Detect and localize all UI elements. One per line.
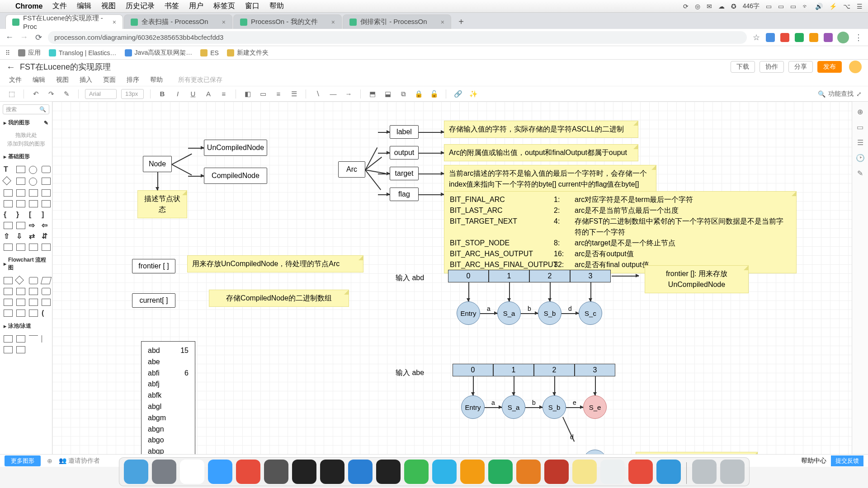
shape[interactable]: } <box>16 211 25 218</box>
unlock-icon[interactable]: 🔓 <box>429 89 439 99</box>
underline-icon[interactable]: U <box>188 89 198 99</box>
star-icon[interactable]: ☆ <box>751 33 761 42</box>
shape[interactable] <box>16 178 25 185</box>
shape[interactable]: ⇩ <box>16 233 25 240</box>
diagram-circle[interactable]: S_a <box>497 301 521 325</box>
shape[interactable] <box>42 288 51 295</box>
diagram-note[interactable]: BIT_FINAL_ARC1:arc对应字符是不是term最后一个字符BIT_L… <box>444 191 797 273</box>
shape-diamond[interactable] <box>2 176 11 185</box>
shape-circle[interactable] <box>29 166 37 174</box>
shape[interactable] <box>16 222 25 229</box>
dock-terminal-icon[interactable] <box>320 460 344 484</box>
shape[interactable] <box>4 222 13 229</box>
text-color-icon[interactable]: A <box>203 89 214 99</box>
shape[interactable]: ⇦ <box>42 222 51 229</box>
comment-icon[interactable]: ✎ <box>856 169 865 178</box>
dock-safari-icon[interactable] <box>208 460 232 484</box>
pointer-tool-icon[interactable]: ⬚ <box>6 89 17 99</box>
user-avatar[interactable] <box>849 61 862 73</box>
array-cell[interactable]: 0 <box>448 270 489 282</box>
menu-user[interactable]: 用户 <box>189 1 203 11</box>
diagram-circle[interactable]: S_b <box>538 301 561 325</box>
back-arrow-icon[interactable]: ← <box>6 62 15 72</box>
diagram-circle[interactable]: Entry <box>457 301 480 325</box>
shape[interactable] <box>4 200 13 207</box>
dock-feishu-icon[interactable] <box>432 460 457 484</box>
shape-search-input[interactable]: 搜索🔍 <box>3 104 49 114</box>
menu-bookmarks[interactable]: 书签 <box>165 1 179 11</box>
expand-icon[interactable]: ⤢ <box>856 90 862 98</box>
shape[interactable] <box>16 288 25 295</box>
shape[interactable]: ] <box>42 211 51 218</box>
cat-pool[interactable]: ▸ 泳池/泳道 <box>0 320 52 332</box>
ext-icon[interactable] <box>795 33 804 42</box>
dock-chrome-icon[interactable] <box>180 460 204 484</box>
array-cell[interactable]: 1 <box>489 270 529 282</box>
cat-myshapes[interactable]: ▸ 我的图形✎ <box>0 117 52 128</box>
diagram-note[interactable]: 存储CompiledNode的二进制数组 <box>209 290 349 307</box>
fill-icon[interactable]: ◧ <box>242 89 253 99</box>
shape[interactable] <box>16 244 25 251</box>
close-icon[interactable]: × <box>107 19 116 26</box>
close-icon[interactable]: × <box>435 19 444 26</box>
dock-youdao-icon[interactable] <box>236 460 260 484</box>
publish-button[interactable]: 发布 <box>817 61 842 73</box>
doc-title[interactable]: FST在Lucene的实现原理 <box>20 61 111 72</box>
diagram-circle[interactable]: S_e <box>583 395 607 419</box>
dock-zoom-icon[interactable] <box>460 460 485 484</box>
shape[interactable] <box>29 244 38 251</box>
menu-view[interactable]: 视图 <box>101 1 116 11</box>
array-cell[interactable]: 2 <box>529 270 570 282</box>
menu-view[interactable]: 视图 <box>56 76 69 84</box>
shape[interactable] <box>29 310 38 317</box>
array-cell[interactable]: 3 <box>570 270 611 282</box>
shape[interactable] <box>4 335 13 343</box>
group-icon[interactable]: ⧉ <box>398 89 409 99</box>
diagram-note[interactable]: 用来存放UnCompiledNode，待处理的节点Arc <box>187 255 363 272</box>
invite-link[interactable]: 👥 邀请协作者 <box>59 457 100 465</box>
diagram-node[interactable]: Node <box>143 156 172 172</box>
font-family-select[interactable]: Arial <box>85 89 117 99</box>
shape[interactable] <box>4 310 13 317</box>
shape[interactable] <box>4 299 13 306</box>
shape[interactable]: ⇵ <box>42 233 51 240</box>
front-icon[interactable]: ⬒ <box>367 89 378 99</box>
shape[interactable]: ⇄ <box>29 233 38 240</box>
shape[interactable]: ⇧ <box>4 233 13 240</box>
dock-sublime-icon[interactable] <box>516 460 541 484</box>
nav-back-icon[interactable]: ← <box>5 33 14 42</box>
history-icon[interactable]: 🕑 <box>856 153 865 162</box>
shape[interactable] <box>42 299 51 306</box>
menu-file[interactable]: 文件 <box>9 76 22 84</box>
browser-tab[interactable]: 倒排索引 - ProcessOn× <box>343 14 451 29</box>
canvas[interactable]: Node UnCompiledNode CompiledNode 描述节点状态 … <box>52 102 852 454</box>
font-size-select[interactable]: 13px <box>121 89 144 99</box>
shape-text[interactable]: T <box>4 166 13 174</box>
shape[interactable] <box>16 189 25 197</box>
shape[interactable] <box>41 277 52 284</box>
url-input[interactable]: processon.com/diagraming/60362e385653bb4… <box>48 31 747 44</box>
menu-tabs[interactable]: 标签页 <box>213 1 235 11</box>
new-tab-button[interactable]: + <box>455 15 467 28</box>
menu-edit[interactable]: 编辑 <box>33 76 45 84</box>
diagram-node[interactable]: flag <box>390 188 419 201</box>
dock-text-icon[interactable] <box>600 460 625 484</box>
menu-help[interactable]: 帮助 <box>150 76 163 84</box>
shape[interactable] <box>16 310 25 317</box>
menu-history[interactable]: 历史记录 <box>126 1 155 11</box>
bookmark[interactable]: ES <box>200 49 219 56</box>
app-name[interactable]: Chrome <box>15 2 42 10</box>
dock-finder-icon[interactable] <box>124 460 148 484</box>
nav-fwd-icon[interactable]: → <box>19 33 29 42</box>
shape[interactable] <box>4 189 13 197</box>
share-button[interactable]: 分享 <box>788 61 813 73</box>
diagram-note[interactable]: Arc的附属值或输出值，output和finalOutput都属于ouput <box>444 144 638 161</box>
diagram-circle[interactable]: S_c <box>579 301 602 325</box>
beautify-icon[interactable]: ✨ <box>468 89 479 99</box>
ext-icon[interactable] <box>780 33 789 42</box>
collab-icon[interactable]: ⊕ <box>47 457 52 465</box>
shape-rect[interactable] <box>16 166 25 173</box>
array-cell[interactable]: 0 <box>453 364 493 376</box>
diagram-table[interactable]: abd15abeabfi6abfjabfkabglabgmabgnabgoabg… <box>141 341 195 454</box>
dock-thunderbird-icon[interactable] <box>656 460 681 484</box>
